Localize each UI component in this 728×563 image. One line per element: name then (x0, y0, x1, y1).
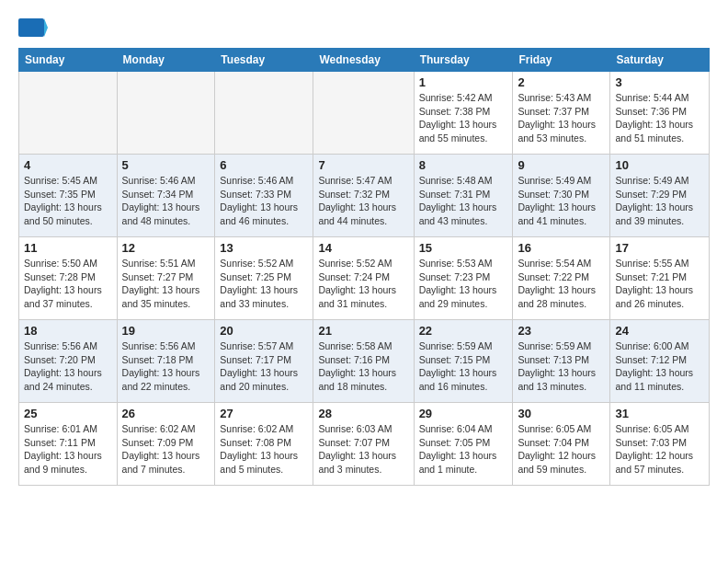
day-number: 9 (518, 158, 605, 172)
day-info: Sunrise: 6:00 AM Sunset: 7:12 PM Dayligh… (615, 339, 704, 394)
calendar-day-cell: 12Sunrise: 5:51 AM Sunset: 7:27 PM Dayli… (117, 237, 215, 320)
calendar-day-cell: 16Sunrise: 5:54 AM Sunset: 7:22 PM Dayli… (513, 237, 610, 320)
calendar-week-row: 25Sunrise: 6:01 AM Sunset: 7:11 PM Dayli… (19, 403, 710, 486)
day-number: 23 (518, 324, 605, 338)
calendar-day-cell: 26Sunrise: 6:02 AM Sunset: 7:09 PM Dayli… (117, 403, 215, 486)
day-info: Sunrise: 5:49 AM Sunset: 7:29 PM Dayligh… (615, 174, 704, 228)
calendar-day-cell (215, 72, 313, 155)
calendar-table: SundayMondayTuesdayWednesdayThursdayFrid… (18, 48, 710, 486)
calendar-day-cell: 27Sunrise: 6:02 AM Sunset: 7:08 PM Dayli… (215, 403, 313, 486)
calendar-week-row: 1Sunrise: 5:42 AM Sunset: 7:38 PM Daylig… (19, 72, 710, 155)
logo-icon (18, 15, 48, 40)
day-info: Sunrise: 5:53 AM Sunset: 7:23 PM Dayligh… (419, 257, 508, 311)
calendar-day-cell: 10Sunrise: 5:49 AM Sunset: 7:29 PM Dayli… (610, 155, 710, 237)
day-header-tuesday: Tuesday (215, 49, 313, 72)
day-info: Sunrise: 6:04 AM Sunset: 7:05 PM Dayligh… (419, 422, 508, 477)
page-header (18, 15, 710, 40)
calendar-day-cell: 1Sunrise: 5:42 AM Sunset: 7:38 PM Daylig… (414, 72, 513, 155)
calendar-day-cell: 3Sunrise: 5:44 AM Sunset: 7:36 PM Daylig… (610, 72, 710, 155)
day-number: 19 (122, 324, 210, 338)
calendar-day-cell: 7Sunrise: 5:47 AM Sunset: 7:32 PM Daylig… (313, 155, 414, 237)
calendar-day-cell: 8Sunrise: 5:48 AM Sunset: 7:31 PM Daylig… (414, 155, 513, 237)
calendar-day-cell: 9Sunrise: 5:49 AM Sunset: 7:30 PM Daylig… (513, 155, 610, 237)
day-info: Sunrise: 5:52 AM Sunset: 7:24 PM Dayligh… (318, 257, 408, 311)
day-header-monday: Monday (117, 49, 215, 72)
calendar-day-cell: 4Sunrise: 5:45 AM Sunset: 7:35 PM Daylig… (19, 155, 118, 237)
calendar-day-cell: 29Sunrise: 6:04 AM Sunset: 7:05 PM Dayli… (414, 403, 513, 486)
day-header-saturday: Saturday (610, 49, 710, 72)
day-info: Sunrise: 5:48 AM Sunset: 7:31 PM Dayligh… (419, 174, 508, 228)
day-info: Sunrise: 5:57 AM Sunset: 7:17 PM Dayligh… (220, 339, 308, 394)
day-number: 10 (615, 158, 704, 172)
day-info: Sunrise: 5:52 AM Sunset: 7:25 PM Dayligh… (220, 257, 308, 311)
day-info: Sunrise: 5:59 AM Sunset: 7:15 PM Dayligh… (419, 339, 508, 394)
day-number: 5 (122, 158, 210, 172)
calendar-day-cell: 14Sunrise: 5:52 AM Sunset: 7:24 PM Dayli… (313, 237, 414, 320)
calendar-day-cell: 2Sunrise: 5:43 AM Sunset: 7:37 PM Daylig… (513, 72, 610, 155)
day-number: 25 (24, 407, 112, 420)
svg-marker-1 (44, 18, 48, 37)
calendar-day-cell: 15Sunrise: 5:53 AM Sunset: 7:23 PM Dayli… (414, 237, 513, 320)
calendar-day-cell: 19Sunrise: 5:56 AM Sunset: 7:18 PM Dayli… (117, 320, 215, 403)
day-number: 28 (318, 407, 408, 420)
calendar-day-cell: 20Sunrise: 5:57 AM Sunset: 7:17 PM Dayli… (215, 320, 313, 403)
calendar-day-cell: 17Sunrise: 5:55 AM Sunset: 7:21 PM Dayli… (610, 237, 710, 320)
day-number: 2 (518, 75, 605, 89)
day-info: Sunrise: 5:56 AM Sunset: 7:20 PM Dayligh… (24, 339, 112, 394)
day-info: Sunrise: 5:46 AM Sunset: 7:33 PM Dayligh… (220, 174, 308, 228)
calendar-header-row: SundayMondayTuesdayWednesdayThursdayFrid… (19, 49, 710, 72)
calendar-day-cell: 24Sunrise: 6:00 AM Sunset: 7:12 PM Dayli… (610, 320, 710, 403)
day-number: 1 (419, 75, 508, 89)
calendar-day-cell: 30Sunrise: 6:05 AM Sunset: 7:04 PM Dayli… (513, 403, 610, 486)
day-info: Sunrise: 6:05 AM Sunset: 7:03 PM Dayligh… (615, 422, 704, 477)
day-number: 7 (318, 158, 408, 172)
day-header-friday: Friday (513, 49, 610, 72)
day-info: Sunrise: 5:56 AM Sunset: 7:18 PM Dayligh… (122, 339, 210, 394)
calendar-day-cell: 25Sunrise: 6:01 AM Sunset: 7:11 PM Dayli… (19, 403, 118, 486)
svg-rect-0 (18, 18, 44, 37)
day-number: 22 (419, 324, 508, 338)
day-info: Sunrise: 5:49 AM Sunset: 7:30 PM Dayligh… (518, 174, 605, 228)
day-number: 14 (318, 241, 408, 255)
calendar-day-cell (19, 72, 118, 155)
calendar-day-cell: 13Sunrise: 5:52 AM Sunset: 7:25 PM Dayli… (215, 237, 313, 320)
calendar-day-cell: 18Sunrise: 5:56 AM Sunset: 7:20 PM Dayli… (19, 320, 118, 403)
day-info: Sunrise: 5:54 AM Sunset: 7:22 PM Dayligh… (518, 257, 605, 311)
day-number: 15 (419, 241, 508, 255)
day-number: 24 (615, 324, 704, 338)
day-info: Sunrise: 6:02 AM Sunset: 7:08 PM Dayligh… (220, 422, 308, 477)
day-info: Sunrise: 5:50 AM Sunset: 7:28 PM Dayligh… (24, 257, 112, 311)
day-info: Sunrise: 5:43 AM Sunset: 7:37 PM Dayligh… (518, 91, 605, 145)
day-number: 4 (24, 158, 112, 172)
day-info: Sunrise: 5:55 AM Sunset: 7:21 PM Dayligh… (615, 257, 704, 311)
day-info: Sunrise: 5:46 AM Sunset: 7:34 PM Dayligh… (122, 174, 210, 228)
calendar-day-cell: 5Sunrise: 5:46 AM Sunset: 7:34 PM Daylig… (117, 155, 215, 237)
day-header-thursday: Thursday (414, 49, 513, 72)
day-info: Sunrise: 6:05 AM Sunset: 7:04 PM Dayligh… (518, 422, 605, 477)
calendar-day-cell: 28Sunrise: 6:03 AM Sunset: 7:07 PM Dayli… (313, 403, 414, 486)
day-info: Sunrise: 5:44 AM Sunset: 7:36 PM Dayligh… (615, 91, 704, 145)
day-info: Sunrise: 5:59 AM Sunset: 7:13 PM Dayligh… (518, 339, 605, 394)
day-info: Sunrise: 6:01 AM Sunset: 7:11 PM Dayligh… (24, 422, 112, 477)
day-number: 13 (220, 241, 308, 255)
day-number: 8 (419, 158, 508, 172)
calendar-day-cell (117, 72, 215, 155)
day-number: 31 (615, 407, 704, 420)
day-number: 30 (518, 407, 605, 420)
day-header-wednesday: Wednesday (313, 49, 414, 72)
day-info: Sunrise: 5:45 AM Sunset: 7:35 PM Dayligh… (24, 174, 112, 228)
day-number: 3 (615, 75, 704, 89)
day-number: 16 (518, 241, 605, 255)
calendar-day-cell: 31Sunrise: 6:05 AM Sunset: 7:03 PM Dayli… (610, 403, 710, 486)
calendar-week-row: 4Sunrise: 5:45 AM Sunset: 7:35 PM Daylig… (19, 155, 710, 237)
calendar-day-cell (313, 72, 414, 155)
day-number: 17 (615, 241, 704, 255)
day-number: 20 (220, 324, 308, 338)
calendar-day-cell: 6Sunrise: 5:46 AM Sunset: 7:33 PM Daylig… (215, 155, 313, 237)
day-info: Sunrise: 5:58 AM Sunset: 7:16 PM Dayligh… (318, 339, 408, 394)
day-number: 26 (122, 407, 210, 420)
day-number: 12 (122, 241, 210, 255)
day-info: Sunrise: 5:47 AM Sunset: 7:32 PM Dayligh… (318, 174, 408, 228)
calendar-week-row: 11Sunrise: 5:50 AM Sunset: 7:28 PM Dayli… (19, 237, 710, 320)
day-number: 18 (24, 324, 112, 338)
